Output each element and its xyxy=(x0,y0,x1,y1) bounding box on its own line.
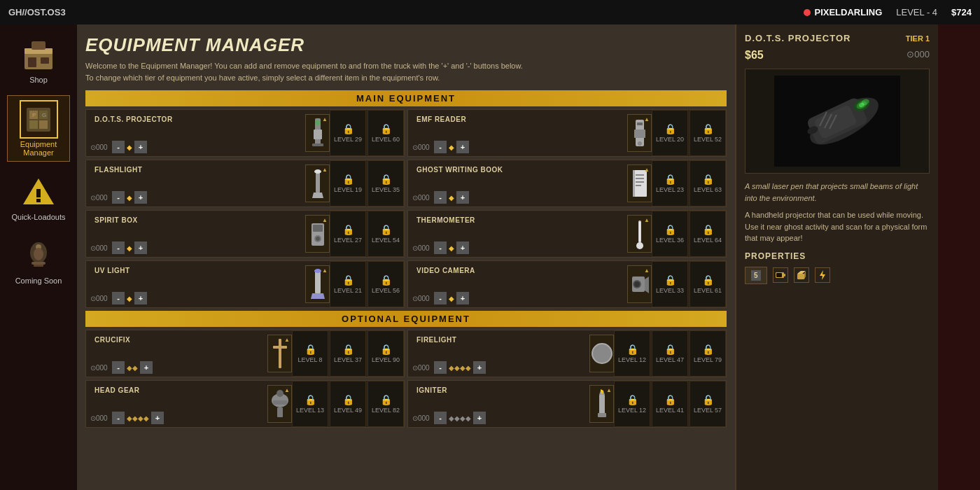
thermometer-name: THERMOMETER xyxy=(412,214,623,224)
igniter-counter: ⊙000 - ◆◆◆◆ + xyxy=(412,412,585,424)
spirit-box-image-slot: ▲ xyxy=(305,215,330,253)
sidebar-item-equipment-manager[interactable]: P G Equipment Manager xyxy=(7,95,70,162)
thermometer-tier-2[interactable]: 🔒 LEVEL 64 xyxy=(690,211,726,257)
emf-lock-1: 🔒 xyxy=(664,123,676,134)
svg-rect-38 xyxy=(636,181,644,183)
firelight-tier-3[interactable]: 🔒 LEVEL 79 xyxy=(690,330,726,377)
detail-long-desc: A handheld projector that can be used wh… xyxy=(745,209,930,244)
svg-point-53 xyxy=(634,281,640,287)
spirit-box-minus-btn[interactable]: - xyxy=(112,241,125,254)
equip-row-video-camera: VIDEO CAMERA ⊙000 - ◆ + ▲ xyxy=(407,260,727,308)
dots-minus-btn[interactable]: - xyxy=(112,141,125,153)
player-money: $724 xyxy=(951,7,972,18)
ghost-writing-tier-1[interactable]: 🔒 LEVEL 23 xyxy=(652,160,688,206)
ghost-writing-tier-2[interactable]: 🔒 LEVEL 63 xyxy=(690,160,726,206)
flashlight-tier-2[interactable]: 🔒 LEVEL 35 xyxy=(368,160,404,206)
thermometer-tier-slots: 🔒 LEVEL 36 🔒 LEVEL 64 xyxy=(652,211,726,257)
player-level: LEVEL - 4 xyxy=(896,7,937,18)
spirit-box-tier-2[interactable]: 🔒 LEVEL 54 xyxy=(368,211,404,257)
head-gear-minus-btn[interactable]: - xyxy=(112,412,125,424)
bg-right-panel xyxy=(938,0,980,490)
equip-left-head-gear: HEAD GEAR ⊙000 - ◆◆◆◆ + xyxy=(86,381,267,427)
flashlight-tier-1[interactable]: 🔒 LEVEL 19 xyxy=(330,160,366,206)
spirit-box-lock-2: 🔒 xyxy=(380,224,392,235)
uv-light-tier-2[interactable]: 🔒 LEVEL 56 xyxy=(368,261,404,307)
crucifix-tier-slots: 🔒 LEVEL 8 🔒 LEVEL 37 🔒 LEVEL 90 xyxy=(292,330,404,377)
head-gear-counter: ⊙000 - ◆◆◆◆ + xyxy=(90,412,263,424)
thermometer-plus-btn[interactable]: + xyxy=(456,241,469,254)
firelight-image-slot xyxy=(589,335,614,372)
crucifix-minus-btn[interactable]: - xyxy=(112,361,125,374)
igniter-lock-2: 🔒 xyxy=(664,394,676,405)
firelight-tier-1[interactable]: 🔒 LEVEL 12 xyxy=(614,330,650,377)
thermometer-counter: ⊙000 - ◆ + xyxy=(412,241,623,254)
head-gear-tier-1[interactable]: 🔒 LEVEL 13 xyxy=(292,381,328,427)
igniter-tier-3[interactable]: 🔒 LEVEL 57 xyxy=(690,381,726,427)
crucifix-tier-3[interactable]: 🔒 LEVEL 90 xyxy=(368,330,404,377)
video-camera-tier-1[interactable]: 🔒 LEVEL 33 xyxy=(652,261,688,307)
head-gear-level-3: LEVEL 82 xyxy=(372,407,400,414)
igniter-plus-btn[interactable]: + xyxy=(473,412,486,424)
svg-point-33 xyxy=(314,169,321,174)
uv-light-minus-btn[interactable]: - xyxy=(112,292,125,304)
ghost-writing-tier-slots: 🔒 LEVEL 23 🔒 LEVEL 63 xyxy=(652,160,726,206)
crucifix-tier-1[interactable]: 🔒 LEVEL 8 xyxy=(292,330,328,377)
detail-image xyxy=(745,69,930,174)
firelight-tier-2[interactable]: 🔒 LEVEL 47 xyxy=(652,330,688,377)
prop-icon-box xyxy=(794,267,809,283)
crucifix-tier-2[interactable]: 🔒 LEVEL 37 xyxy=(330,330,366,377)
thermometer-minus-btn[interactable]: - xyxy=(434,241,447,254)
svg-rect-9 xyxy=(39,120,48,129)
uv-light-tier-1[interactable]: 🔒 LEVEL 21 xyxy=(330,261,366,307)
sidebar-item-quick-loadouts[interactable]: Quick-Loadouts xyxy=(7,169,70,225)
emf-plus-btn[interactable]: + xyxy=(456,141,469,153)
prop-icon-battery xyxy=(773,267,788,283)
uv-light-plus-btn[interactable]: + xyxy=(134,292,147,304)
panel-title: EQUIPMENT MANAGER xyxy=(85,34,727,56)
crucifix-plus-btn[interactable]: + xyxy=(140,361,153,374)
svg-marker-81 xyxy=(804,271,806,279)
video-camera-plus-btn[interactable]: + xyxy=(456,292,469,304)
flashlight-minus-btn[interactable]: - xyxy=(112,191,125,204)
ghost-writing-plus-btn[interactable]: + xyxy=(456,191,469,204)
uv-light-level-2: LEVEL 56 xyxy=(372,287,400,294)
video-camera-lock-2: 🔒 xyxy=(702,274,714,286)
spirit-box-tier-1[interactable]: 🔒 LEVEL 27 xyxy=(330,211,366,257)
uv-light-lock-1: 🔒 xyxy=(342,274,354,286)
dots-tier-1[interactable]: 🔒 LEVEL 29 xyxy=(330,110,366,156)
svg-rect-16 xyxy=(31,262,46,265)
video-camera-tier-2[interactable]: 🔒 LEVEL 61 xyxy=(690,261,726,307)
thermometer-count: ⊙000 xyxy=(412,244,432,252)
spirit-box-plus-btn[interactable]: + xyxy=(134,241,147,254)
igniter-corner: ▲ xyxy=(606,387,612,393)
emf-tier-1[interactable]: 🔒 LEVEL 20 xyxy=(652,110,688,156)
firelight-plus-btn[interactable]: + xyxy=(473,361,486,374)
crucifix-diamond: ◆◆ xyxy=(127,364,138,372)
head-gear-tier-3[interactable]: 🔒 LEVEL 82 xyxy=(368,381,404,427)
dots-tier-2[interactable]: 🔒 LEVEL 60 xyxy=(368,110,404,156)
equip-left-ghost-writing: GHOST WRITING BOOK ⊙000 - ◆ + xyxy=(408,160,627,206)
firelight-minus-btn[interactable]: - xyxy=(434,361,447,374)
dots-plus-btn[interactable]: + xyxy=(134,141,147,153)
detail-tier-badge: TIER 1 xyxy=(906,34,930,43)
equip-row-spirit-box: SPIRIT BOX ⊙000 - ◆ + ▲ xyxy=(85,210,405,258)
properties-label: PROPERTIES xyxy=(745,251,930,261)
flashlight-plus-btn[interactable]: + xyxy=(134,191,147,204)
dots-count: ⊙000 xyxy=(90,144,110,151)
igniter-tier-2[interactable]: 🔒 LEVEL 41 xyxy=(652,381,688,427)
sidebar-item-shop[interactable]: Shop xyxy=(7,31,70,88)
sidebar-item-coming-soon[interactable]: Coming Soon xyxy=(7,232,70,289)
dots-lock-2: 🔒 xyxy=(380,123,392,134)
thermometer-tier-1[interactable]: 🔒 LEVEL 36 xyxy=(652,211,688,257)
head-gear-tier-2[interactable]: 🔒 LEVEL 49 xyxy=(330,381,366,427)
igniter-tier-1[interactable]: 🔒 LEVEL 12 xyxy=(614,381,650,427)
ghost-writing-minus-btn[interactable]: - xyxy=(434,191,447,204)
video-camera-minus-btn[interactable]: - xyxy=(434,292,447,304)
emf-minus-btn[interactable]: - xyxy=(434,141,447,153)
emf-diamond: ◆ xyxy=(449,144,454,151)
emf-tier-2[interactable]: 🔒 LEVEL 52 xyxy=(690,110,726,156)
uv-light-diamond: ◆ xyxy=(127,295,132,302)
igniter-minus-btn[interactable]: - xyxy=(434,412,447,424)
head-gear-plus-btn[interactable]: + xyxy=(151,412,164,424)
firelight-name: FIRELIGHT xyxy=(412,333,585,344)
